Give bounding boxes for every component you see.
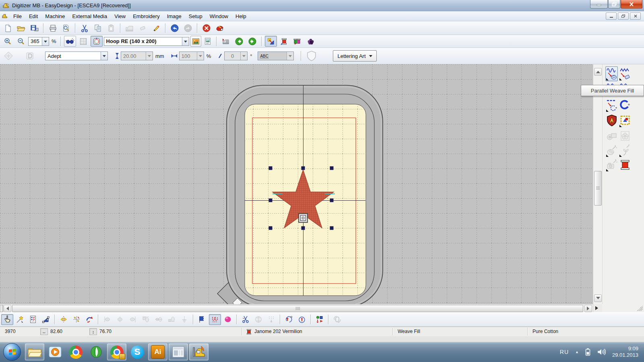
color-wheel-button[interactable] bbox=[252, 314, 264, 325]
pane-splitter[interactable] bbox=[0, 305, 3, 312]
monogramming-tool[interactable] bbox=[605, 113, 618, 128]
taskbar-coreldraw[interactable] bbox=[87, 343, 106, 360]
taskbar-window-app[interactable] bbox=[169, 343, 188, 360]
cut-stitches-button[interactable] bbox=[239, 314, 252, 325]
align-top-button[interactable] bbox=[140, 314, 152, 325]
design-checklist-button[interactable] bbox=[27, 314, 39, 325]
stitch-density-button[interactable] bbox=[265, 314, 277, 325]
minimize-button[interactable] bbox=[590, 0, 608, 8]
resize-grip[interactable] bbox=[637, 305, 643, 311]
font-style-combo[interactable]: Adept bbox=[45, 51, 108, 60]
hoop-position-button[interactable] bbox=[331, 314, 343, 325]
start-button[interactable] bbox=[3, 343, 21, 361]
menu-setup[interactable]: Setup bbox=[185, 12, 206, 21]
outline-runs-tool[interactable] bbox=[605, 98, 618, 113]
parallel-weave-fill-tool[interactable] bbox=[605, 66, 618, 81]
language-indicator[interactable]: RU bbox=[560, 349, 569, 355]
scroll-up-button[interactable] bbox=[594, 68, 602, 76]
print-preview-button[interactable] bbox=[60, 23, 72, 33]
zoom-out-button[interactable] bbox=[15, 36, 27, 47]
rotate-cw-button[interactable] bbox=[296, 314, 308, 325]
redo-button[interactable] bbox=[182, 23, 194, 33]
mirror-rotate-button[interactable] bbox=[70, 314, 83, 325]
chevron-down-icon[interactable] bbox=[146, 52, 153, 60]
menu-image[interactable]: Image bbox=[163, 12, 185, 21]
send-to-machine-button[interactable] bbox=[220, 36, 232, 47]
ball-point-button[interactable] bbox=[222, 314, 234, 325]
reshape-button[interactable] bbox=[40, 314, 52, 325]
print-button[interactable] bbox=[47, 23, 59, 33]
vertical-scroll-thumb[interactable] bbox=[594, 171, 602, 206]
copy-button[interactable] bbox=[92, 23, 104, 33]
menu-external-media[interactable]: External Media bbox=[69, 12, 111, 21]
flower-wand-tool[interactable] bbox=[619, 143, 631, 158]
select-pointer-button[interactable] bbox=[1, 314, 13, 325]
insert-picture-button[interactable] bbox=[202, 36, 213, 47]
paste-button[interactable] bbox=[105, 23, 117, 33]
letter-width-combo[interactable]: 100 bbox=[179, 51, 204, 60]
monogram-d-button[interactable] bbox=[23, 50, 37, 62]
taskbar-chrome-app[interactable] bbox=[107, 343, 126, 360]
thread-colors-button[interactable] bbox=[278, 36, 290, 47]
letter-height-combo[interactable]: 20.00 bbox=[121, 51, 153, 60]
stop-button[interactable] bbox=[200, 23, 213, 33]
mdi-close-button[interactable] bbox=[630, 12, 641, 20]
align-center-button[interactable] bbox=[114, 314, 126, 325]
lettering-art-button[interactable]: Lettering Art bbox=[333, 50, 376, 62]
taskbar-explorer[interactable] bbox=[25, 343, 44, 360]
hoop-select-combo[interactable]: Hoop RE (140 x 200) bbox=[104, 37, 189, 46]
previous-color-button[interactable] bbox=[233, 36, 245, 47]
taskbar-skype[interactable]: S bbox=[128, 343, 147, 360]
chevron-down-icon[interactable] bbox=[197, 52, 204, 60]
flower-pattern-tool[interactable] bbox=[619, 128, 631, 143]
horizontal-scrollbar[interactable] bbox=[0, 304, 593, 312]
rotation-anchor[interactable] bbox=[299, 214, 308, 222]
menu-embroidery[interactable]: Embroidery bbox=[129, 12, 163, 21]
clock[interactable]: 9:09 29.01.2013 bbox=[612, 346, 638, 358]
next-color-button[interactable] bbox=[246, 36, 258, 47]
horizontal-scroll-thumb[interactable] bbox=[12, 305, 583, 312]
taskbar-media-player[interactable] bbox=[45, 343, 65, 360]
scroll-down-button[interactable] bbox=[594, 294, 602, 302]
menu-file[interactable]: File bbox=[10, 12, 25, 21]
show-hoop-button[interactable] bbox=[91, 36, 103, 47]
applique-tool[interactable] bbox=[605, 143, 618, 158]
menu-edit[interactable]: Edit bbox=[25, 12, 41, 21]
threads-button[interactable] bbox=[291, 36, 303, 47]
show-objects-button[interactable] bbox=[265, 36, 277, 47]
color-object-list-button[interactable] bbox=[314, 314, 326, 325]
cut-button[interactable] bbox=[78, 23, 91, 33]
chevron-down-icon[interactable] bbox=[101, 52, 107, 60]
sewing-machine-button[interactable] bbox=[124, 23, 136, 33]
baseline-combo[interactable]: ABC bbox=[258, 51, 294, 60]
taskbar-digitizer[interactable] bbox=[189, 343, 208, 360]
photo-stitch-tool[interactable] bbox=[605, 157, 618, 172]
scrollbar-corner[interactable] bbox=[593, 304, 602, 312]
eraser-button[interactable] bbox=[137, 23, 149, 33]
outline-circle-tool[interactable] bbox=[619, 98, 631, 113]
save-to-machine-button[interactable] bbox=[28, 23, 40, 33]
thread-spool-tool[interactable] bbox=[619, 157, 631, 172]
stitch-angle-button[interactable] bbox=[2, 50, 15, 62]
rotate-ccw-button[interactable] bbox=[283, 314, 295, 325]
menu-view[interactable]: View bbox=[111, 12, 129, 21]
show-picture-button[interactable] bbox=[190, 36, 201, 47]
mdi-minimize-button[interactable] bbox=[606, 12, 617, 20]
rotate-design-button[interactable] bbox=[83, 314, 95, 325]
taskbar-chrome[interactable] bbox=[66, 343, 85, 360]
align-left-button[interactable] bbox=[101, 314, 113, 325]
design-canvas[interactable] bbox=[0, 64, 593, 304]
battery-icon[interactable] bbox=[585, 348, 590, 356]
show-stitches-button[interactable] bbox=[64, 36, 76, 47]
chevron-down-icon[interactable] bbox=[240, 52, 247, 60]
monogramming-button[interactable] bbox=[304, 49, 319, 63]
menu-window[interactable]: Window bbox=[206, 12, 232, 21]
scroll-right-button[interactable] bbox=[584, 305, 592, 312]
frames-tool[interactable] bbox=[619, 113, 631, 128]
design-gallery-tool[interactable] bbox=[605, 128, 618, 143]
mdi-restore-button[interactable] bbox=[618, 12, 629, 20]
undo-button[interactable] bbox=[169, 23, 181, 33]
menu-machine[interactable]: Machine bbox=[41, 12, 68, 21]
align-middle-button[interactable] bbox=[153, 314, 165, 325]
hidden-icons-button[interactable]: ▲ bbox=[575, 350, 579, 354]
